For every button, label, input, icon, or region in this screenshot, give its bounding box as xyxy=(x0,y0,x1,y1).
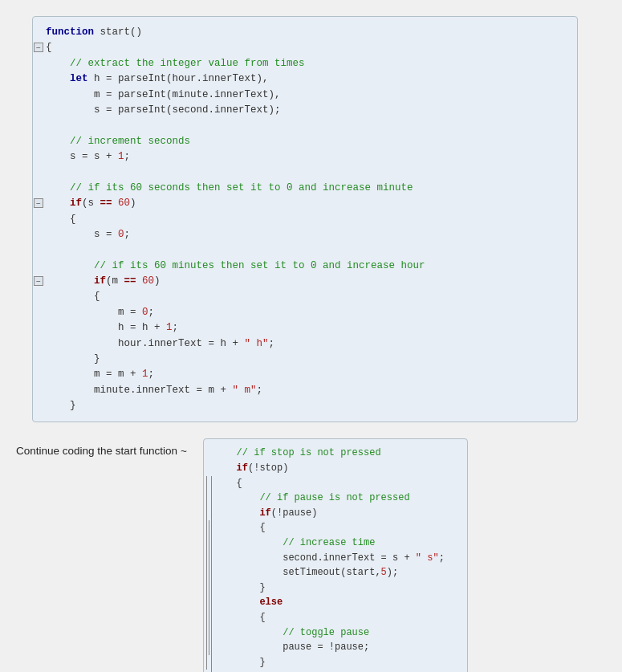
fold-marker[interactable]: − xyxy=(34,276,43,286)
fold-marker[interactable]: − xyxy=(34,198,43,208)
fold-marker[interactable]: − xyxy=(34,43,43,52)
bottom-section: Continue coding the start function ~ // … xyxy=(16,438,606,672)
top-code-block: −−− function start() { // extract the in… xyxy=(32,16,578,422)
v-line xyxy=(211,476,212,672)
bottom-label: Continue coding the start function ~ xyxy=(16,445,187,457)
fold-gutter: −−− xyxy=(33,17,44,422)
v-line xyxy=(209,520,209,654)
bottom-v-lines xyxy=(204,439,210,672)
bottom-code-area: // if stop is not pressed if(!stop) { //… xyxy=(204,446,467,672)
bottom-code-block: // if stop is not pressed if(!stop) { //… xyxy=(203,438,468,672)
v-line xyxy=(206,476,207,670)
top-code-area: function start() { // extract the intege… xyxy=(33,25,577,413)
